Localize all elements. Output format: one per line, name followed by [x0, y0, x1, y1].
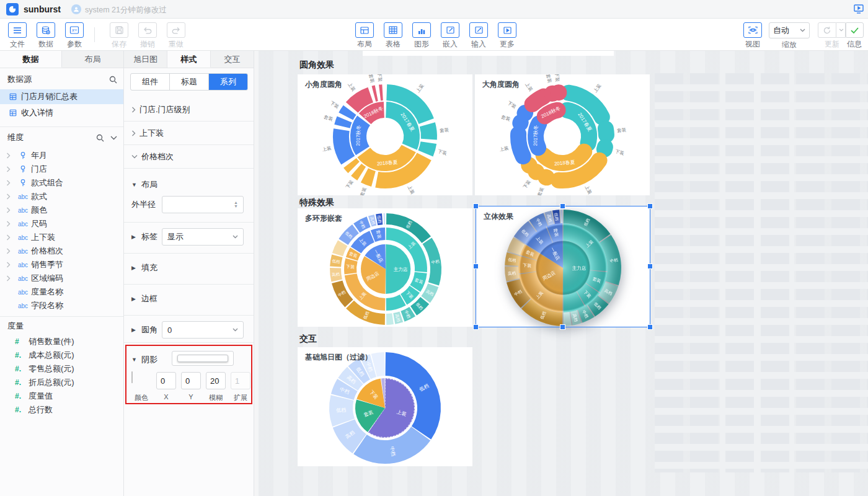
selection-handle-nw[interactable]: [473, 203, 479, 209]
view-button[interactable]: 视图: [739, 22, 766, 50]
params-button[interactable]: x= 参数: [61, 22, 88, 50]
layout-button[interactable]: 布局: [351, 22, 378, 50]
shadow-x-input[interactable]: [156, 372, 176, 389]
present-icon[interactable]: [853, 4, 864, 14]
chevron-right-icon[interactable]: [6, 262, 15, 268]
selection-handle-se[interactable]: [647, 324, 653, 330]
table-button[interactable]: 表格: [379, 22, 407, 50]
chevron-right-icon[interactable]: [6, 193, 15, 200]
series-group[interactable]: 价格档次: [124, 145, 254, 169]
segment-component[interactable]: 组件: [131, 74, 170, 90]
input-button[interactable]: 输入: [465, 22, 492, 50]
measure-item[interactable]: #.折后总额(元): [0, 376, 123, 389]
datasource-item[interactable]: 收入详情: [0, 105, 123, 120]
shadow-preview-button[interactable]: [172, 351, 234, 366]
datasource-item[interactable]: 门店月销汇总表: [0, 89, 123, 104]
shadow-section-header[interactable]: ▼ 阴影: [131, 351, 244, 368]
data-button[interactable]: 数据: [32, 22, 60, 50]
chevron-right-icon[interactable]: [6, 207, 15, 213]
save-button[interactable]: 保存: [105, 22, 133, 50]
label-display-select[interactable]: 显示: [162, 228, 244, 246]
sunburst-chart-small-corner[interactable]: 2017春夏2018春夏2017秋冬2018秋冬上装套装下装上装套装下装上装套装…: [298, 74, 472, 195]
series-group[interactable]: 上下装: [124, 122, 254, 145]
corner-section-row[interactable]: ▶ 圆角 0: [131, 321, 244, 339]
sunburst-chart-big-corner[interactable]: 2017春夏2018春夏2017秋冬2018秋冬上装套装下装上装套装下装上装套装…: [475, 74, 650, 195]
dimension-item[interactable]: abc度量名称: [0, 285, 123, 299]
chart-button[interactable]: 图形: [408, 22, 435, 50]
segment-title[interactable]: 标题: [170, 74, 209, 90]
search-icon[interactable]: [96, 134, 104, 142]
zoom-select[interactable]: 自动: [769, 22, 810, 38]
search-icon[interactable]: [109, 76, 117, 84]
dimension-item[interactable]: abc尺码: [0, 217, 123, 231]
divider: [124, 253, 254, 254]
sunburst-chart-filter[interactable]: 上装套装下装低档中档高档低档中档高档低档中档: [298, 347, 472, 466]
layout-section-header[interactable]: ▼ 布局: [131, 176, 244, 193]
selection-handle-n[interactable]: [560, 203, 565, 209]
dimension-item[interactable]: abc颜色: [0, 203, 123, 217]
tab-sunburst[interactable]: 旭日图: [124, 51, 167, 68]
chart-card-nested[interactable]: 多环形嵌套 主力店周边店一般店上装套装下装上装下装套装上装套装低档中档高档低档中…: [298, 208, 472, 327]
sunburst-chart-solid[interactable]: 主力店周边店一般店上装套装下装上装下装套装上装套装低档中档高档低档中档高档低档中…: [476, 206, 650, 327]
border-section-row[interactable]: ▶ 边框: [131, 290, 244, 308]
topbar: sunburst system 21分钟前修改过: [0, 0, 868, 19]
outer-radius-field[interactable]: [167, 197, 234, 213]
undo-button[interactable]: 撤销: [134, 22, 161, 50]
selection-handle-e[interactable]: [647, 264, 653, 269]
dimension-item[interactable]: 年月: [0, 149, 123, 162]
tab-interaction[interactable]: 交互: [211, 51, 254, 68]
dashboard-canvas[interactable]: 圆角效果 小角度圆角 2017春夏2018春夏2017秋冬2018秋冬上装套装下…: [259, 51, 868, 496]
chart-card-big-corner[interactable]: 大角度圆角 2017春夏2018春夏2017秋冬2018秋冬上装套装下装上装套装…: [475, 74, 650, 195]
dimension-item[interactable]: 门店: [0, 162, 123, 176]
chevron-right-icon[interactable]: [6, 275, 15, 281]
fill-section-row[interactable]: ▶ 填充: [131, 259, 244, 277]
zoom-control[interactable]: 自动 缩放: [768, 22, 811, 50]
measure-item[interactable]: #.零售总额(元): [0, 362, 123, 376]
tab-style[interactable]: 样式: [167, 51, 211, 68]
more-button[interactable]: 更多: [494, 22, 521, 50]
info-button[interactable]: 信息: [841, 22, 868, 50]
chevron-right-icon[interactable]: [6, 234, 15, 241]
shadow-spread-input[interactable]: [231, 372, 250, 389]
selection-handle-sw[interactable]: [473, 324, 479, 330]
dimension-item[interactable]: abc上下装: [0, 231, 123, 244]
sunburst-chart-nested[interactable]: 主力店周边店一般店上装套装下装上装下装套装上装套装低档中档高档低档中档高档低档中…: [298, 208, 472, 327]
chart-card-solid-selected[interactable]: 立体效果 主力店周边店一般店上装套装下装上装下装套装上装套装低档中档高档低档中档…: [476, 206, 650, 327]
chevron-right-icon[interactable]: [6, 180, 15, 186]
selection-handle-ne[interactable]: [647, 203, 653, 209]
chevron-right-icon[interactable]: [6, 166, 15, 172]
shadow-y-input[interactable]: [181, 372, 201, 389]
dimension-item[interactable]: abc款式: [0, 190, 123, 203]
dimension-item[interactable]: abc价格档次: [0, 244, 123, 258]
chevron-right-icon[interactable]: [6, 248, 15, 254]
label-section-row[interactable]: ▶ 标签 显示: [131, 228, 244, 246]
measure-item[interactable]: #.成本总额(元): [0, 348, 123, 362]
dimension-item[interactable]: abc销售季节: [0, 258, 123, 272]
chevron-right-icon[interactable]: [6, 221, 15, 227]
dimension-item[interactable]: abc字段名称: [0, 299, 123, 312]
stepper-icons[interactable]: ▲▼: [234, 201, 238, 208]
shadow-color-swatch[interactable]: [131, 371, 133, 383]
measure-item[interactable]: #.度量值: [0, 389, 123, 403]
file-button[interactable]: 文件: [4, 22, 31, 50]
panel-scrollbar[interactable]: [254, 51, 259, 496]
chevron-right-icon[interactable]: [6, 153, 15, 159]
corner-radius-select[interactable]: 0: [162, 321, 244, 339]
measure-item[interactable]: #销售数量(件): [0, 335, 123, 348]
selection-handle-w[interactable]: [473, 264, 479, 269]
tab-layout[interactable]: 布局: [62, 51, 123, 68]
redo-button[interactable]: 重做: [162, 22, 190, 50]
tab-data[interactable]: 数据: [0, 51, 62, 68]
embed-button[interactable]: 嵌入: [436, 22, 464, 50]
dimension-item[interactable]: abc区域编码: [0, 272, 123, 285]
outer-radius-input[interactable]: ▲▼: [162, 196, 244, 213]
chart-card-small-corner[interactable]: 小角度圆角 2017春夏2018春夏2017秋冬2018秋冬上装套装下装上装套装…: [298, 74, 472, 195]
chevron-down-icon[interactable]: [110, 136, 117, 140]
segment-series[interactable]: 系列: [209, 74, 247, 90]
measure-item[interactable]: #.总行数: [0, 403, 123, 417]
selection-handle-s[interactable]: [560, 324, 565, 330]
dimension-item[interactable]: 款式组合: [0, 176, 123, 190]
shadow-blur-input[interactable]: [206, 372, 226, 389]
series-group[interactable]: 门店.门店级别: [124, 98, 254, 122]
chart-card-filter[interactable]: 基础旭日图（过滤） 上装套装下装低档中档高档低档中档高档低档中档: [298, 347, 472, 466]
